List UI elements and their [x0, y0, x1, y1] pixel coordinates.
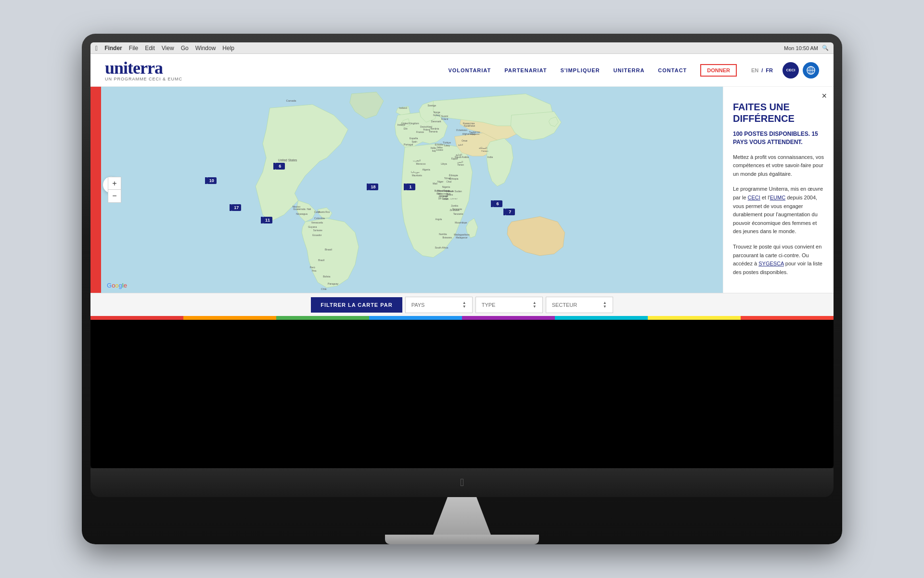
close-button[interactable]: ×	[821, 92, 827, 100]
map-pin-6-central-america[interactable]: 6	[275, 163, 285, 170]
zoom-in-button[interactable]: +	[108, 177, 121, 190]
filter-button[interactable]: FILTRER LA CARTE PAR	[311, 297, 402, 313]
nav-contact[interactable]: CONTACT	[658, 67, 687, 73]
svg-text:Turkey: Turkey	[444, 144, 450, 147]
svg-text:المغرب: المغرب	[413, 159, 421, 162]
map-pin-6-east-africa[interactable]: 6	[493, 200, 502, 207]
finder-menu[interactable]: Finder	[104, 45, 122, 52]
svg-text:Tanzanie: Tanzanie	[452, 208, 462, 210]
go-menu[interactable]: Go	[181, 45, 189, 52]
svg-text:Norge: Norge	[434, 111, 440, 114]
window-menu[interactable]: Window	[195, 45, 216, 52]
webpage: uniterra UN PROGRAMME CECI & EUMC VOLONT…	[90, 54, 834, 320]
logo-text[interactable]: uniterra	[105, 59, 182, 77]
svg-text:România: România	[430, 128, 439, 130]
svg-text:Hellas: Hellas	[436, 146, 443, 149]
sygesca-link[interactable]: SYGESCA	[758, 261, 784, 266]
svg-text:Angola: Angola	[435, 218, 442, 221]
type-select[interactable]: TYPE ▲ ▼	[475, 297, 543, 313]
eumc-link[interactable]: EUMC	[770, 195, 785, 200]
color-strips	[90, 316, 834, 320]
panel-subtitle: 100 POSTES DISPONIBLES. 15 PAYS VOUS ATT…	[733, 130, 824, 146]
ceci-link[interactable]: CECI	[748, 195, 760, 200]
pin-flag[interactable]: 1	[406, 184, 415, 190]
pin-flag[interactable]: 7	[505, 209, 515, 215]
search-icon[interactable]: 🔍	[822, 45, 829, 51]
svg-text:Morocco: Morocco	[416, 162, 426, 165]
map-container[interactable]: United States Mexico Brasil Brazil Perú …	[101, 87, 723, 293]
pin-flag[interactable]: 18	[369, 184, 378, 190]
red-accent-bar	[90, 87, 101, 293]
nav-items: VOLONTARIAT PARTENARIAT S'IMPLIQUER UNIT…	[448, 64, 737, 77]
svg-text:Haiti: Haiti	[307, 208, 311, 210]
svg-text:Éthiopie: Éthiopie	[449, 174, 458, 177]
nav-volontariat[interactable]: VOLONTARIAT	[448, 67, 491, 73]
donner-button[interactable]: DONNER	[700, 64, 737, 77]
pin-flag[interactable]: 6	[493, 200, 502, 207]
svg-text:Sverige: Sverige	[428, 104, 436, 107]
svg-text:Algeria: Algeria	[423, 168, 430, 171]
map-zoom-controls: + −	[108, 177, 121, 203]
nav-partenariat[interactable]: PARTENARIAT	[504, 67, 547, 73]
svg-text:Denmark: Denmark	[431, 120, 441, 123]
edit-menu[interactable]: Edit	[145, 45, 155, 52]
color-strip-yellow	[648, 316, 741, 320]
svg-text:Madagasikara: Madagasikara	[454, 233, 470, 236]
apple-logo-chin: 	[460, 476, 464, 489]
map-pin-18-west-africa[interactable]: 18	[369, 184, 378, 190]
eumc-icon[interactable]	[803, 62, 819, 79]
pin-flag[interactable]: 10	[207, 177, 217, 184]
panel-title: FAITES UNE DIFFÉRENCE	[733, 101, 824, 124]
lang-en[interactable]: EN	[751, 67, 758, 73]
menubar-left:  Finder File Edit View Go Window Help	[95, 44, 234, 52]
mac-menubar:  Finder File Edit View Go Window Help M…	[90, 42, 834, 54]
monitor-base	[385, 535, 539, 544]
svg-text:Nigeria: Nigeria	[442, 185, 450, 188]
map-pin-17-south-america[interactable]: 17	[231, 204, 241, 211]
pin-flag[interactable]: 6	[275, 163, 285, 170]
logo-area: uniterra UN PROGRAMME CECI & EUMC	[105, 59, 182, 81]
svg-text:Greece: Greece	[436, 149, 443, 151]
svg-text:ኢትዮጵያ: ኢትዮጵያ	[450, 197, 458, 200]
apple-menu-icon[interactable]: 	[95, 44, 98, 52]
monitor-chin: 	[90, 468, 834, 497]
svg-text:المملكة: المملكة	[479, 146, 487, 149]
lang-switcher: EN / FR	[751, 67, 773, 73]
nav-uniterra[interactable]: UNITERRA	[614, 67, 645, 73]
svg-text:Libya: Libya	[441, 162, 447, 165]
pin-flag[interactable]: 11	[263, 217, 272, 223]
svg-text:Mali: Mali	[433, 182, 437, 185]
svg-text:Oman: Oman	[462, 140, 468, 142]
lang-fr[interactable]: FR	[766, 67, 773, 73]
svg-text:United States: United States	[278, 158, 297, 162]
main-content: United States Mexico Brasil Brazil Perú …	[90, 87, 834, 293]
nav-simplifier[interactable]: S'IMPLIQUER	[560, 67, 600, 73]
file-menu[interactable]: File	[129, 45, 138, 52]
map-pin-11-brazil[interactable]: 11	[263, 217, 272, 223]
svg-text:Colombia: Colombia	[314, 217, 325, 220]
pin-flag[interactable]: 17	[231, 204, 241, 211]
svg-text:الخليج: الخليج	[458, 144, 463, 146]
svg-text:Botswana: Botswana	[442, 236, 452, 239]
svg-text:Madagascar: Madagascar	[456, 236, 468, 239]
site-header: uniterra UN PROGRAMME CECI & EUMC VOLONT…	[90, 54, 834, 87]
map-pin-7-east-africa[interactable]: 7	[505, 209, 515, 215]
menubar-right: Mon 10:50 AM 🔍	[784, 45, 829, 51]
svg-text:United Kingdom: United Kingdom	[401, 122, 419, 125]
svg-text:Ethiopia: Ethiopia	[449, 177, 459, 180]
pays-select[interactable]: PAYS ▲ ▼	[405, 297, 473, 313]
ceci-icon[interactable]: CECI	[783, 62, 799, 79]
secteur-select[interactable]: SECTEUR ▲ ▼	[546, 297, 613, 313]
svg-text:Chad: Chad	[447, 181, 452, 183]
filter-bar: FILTRER LA CARTE PAR PAYS ▲ ▼ TYPE ▲ ▼	[90, 293, 834, 316]
zoom-out-button[interactable]: −	[108, 190, 121, 202]
view-menu[interactable]: View	[162, 45, 174, 52]
svg-text:Bolivia: Bolivia	[323, 275, 330, 278]
svg-text:Kazakhstan: Kazakhstan	[464, 125, 475, 127]
map-pin-1-africa[interactable]: 1	[406, 184, 415, 190]
svg-text:Italia: Italia	[431, 146, 436, 149]
help-menu[interactable]: Help	[222, 45, 234, 52]
pays-arrows: ▲ ▼	[462, 301, 466, 309]
map-pin-10-mexico[interactable]: 10	[207, 177, 217, 184]
panel-text-1: Mettez à profit vos connaissances, vos c…	[733, 153, 824, 179]
